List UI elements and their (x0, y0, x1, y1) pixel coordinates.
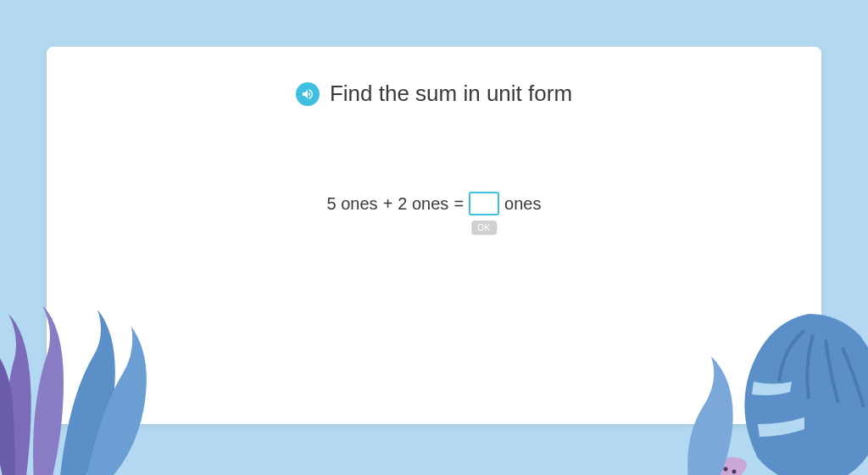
right-operand: 2 ones (398, 194, 448, 214)
svg-point-3 (732, 470, 737, 474)
answer-wrapper: OK (469, 192, 499, 215)
svg-point-0 (698, 452, 750, 475)
equals-sign: = (453, 194, 464, 214)
speaker-icon (301, 87, 314, 101)
svg-point-2 (724, 467, 728, 472)
ok-button[interactable]: OK (471, 221, 496, 235)
left-operand: 5 ones (327, 194, 378, 214)
operator-plus: + (383, 194, 393, 214)
question-title: Find the sum in unit form (330, 81, 572, 107)
question-card: Find the sum in unit form 5 ones + 2 one… (47, 47, 821, 424)
audio-icon[interactable] (296, 82, 320, 106)
svg-point-1 (715, 465, 720, 469)
answer-input[interactable] (469, 192, 499, 215)
title-row: Find the sum in unit form (64, 81, 804, 107)
unit-label: ones (504, 194, 541, 214)
problem-expression: 5 ones + 2 ones = OK ones (64, 192, 804, 215)
